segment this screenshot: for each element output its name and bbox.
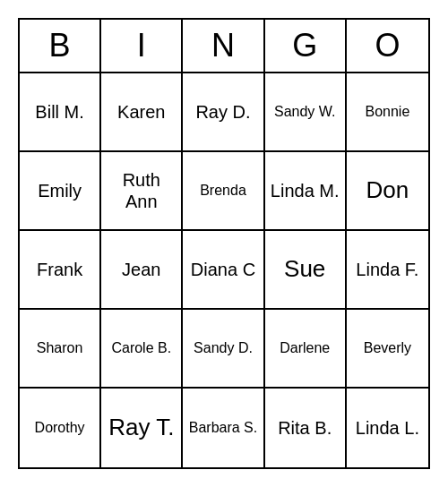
bingo-cell: Brenda: [183, 152, 264, 231]
header-letter: N: [183, 20, 264, 72]
bingo-cell: Darlene: [265, 310, 347, 389]
bingo-cell: Rita B.: [265, 389, 347, 467]
bingo-cell: Linda L.: [347, 389, 428, 467]
bingo-cell: Barbara S.: [183, 389, 264, 467]
header-letter: I: [101, 20, 183, 72]
bingo-cell: Sandy D.: [183, 310, 264, 389]
header-letter: O: [347, 20, 428, 72]
bingo-cell: Don: [347, 152, 428, 231]
bingo-cell: Karen: [101, 73, 183, 152]
bingo-cell: Linda M.: [265, 152, 347, 231]
bingo-cell: Jean: [101, 231, 183, 310]
bingo-cell: Sharon: [20, 310, 101, 389]
bingo-cell: Diana C: [183, 231, 264, 310]
bingo-cell: Carole B.: [101, 310, 183, 389]
bingo-cell: Sue: [265, 231, 347, 310]
bingo-cell: Beverly: [347, 310, 428, 389]
header-letter: B: [20, 20, 101, 72]
bingo-header: BINGO: [20, 20, 428, 73]
bingo-cell: Frank: [20, 231, 101, 310]
bingo-cell: Ray T.: [101, 389, 183, 467]
bingo-cell: Ray D.: [183, 73, 264, 152]
bingo-cell: Linda F.: [347, 231, 428, 310]
bingo-cell: Ruth Ann: [101, 152, 183, 231]
header-letter: G: [265, 20, 347, 72]
bingo-grid: Bill M.KarenRay D.Sandy W.BonnieEmilyRut…: [20, 73, 428, 467]
bingo-cell: Sandy W.: [265, 73, 347, 152]
bingo-card: BINGO Bill M.KarenRay D.Sandy W.BonnieEm…: [18, 18, 430, 469]
bingo-cell: Bill M.: [20, 73, 101, 152]
bingo-cell: Dorothy: [20, 389, 101, 467]
bingo-cell: Emily: [20, 152, 101, 231]
bingo-cell: Bonnie: [347, 73, 428, 152]
